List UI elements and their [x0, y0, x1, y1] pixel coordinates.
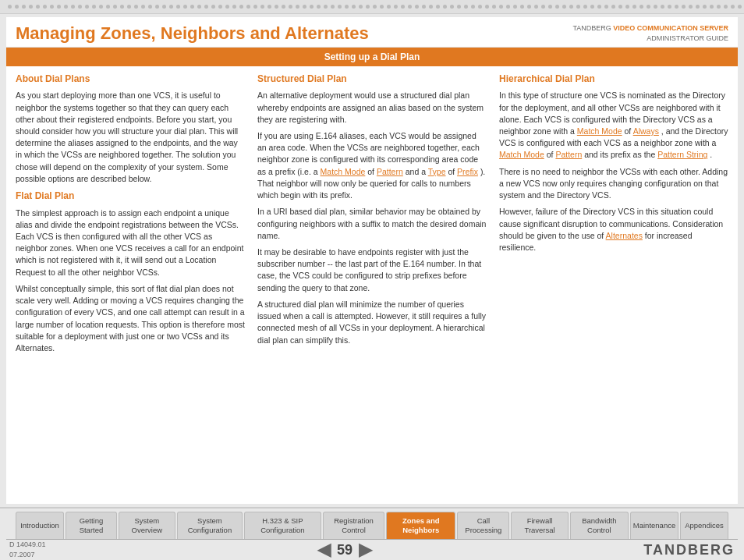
dot [345, 5, 349, 9]
dot [8, 5, 12, 9]
dot [710, 5, 714, 9]
dot [380, 5, 384, 9]
nav-tab-appendices[interactable]: Appendices [680, 512, 728, 539]
dot [204, 5, 208, 9]
col1-heading: About Dial Plans [16, 73, 245, 86]
dot [632, 5, 636, 9]
col3-para2: There is no need to neighbor the VCSs wi… [499, 166, 728, 202]
doc-info: D 14049.01 07.2007 [9, 540, 46, 559]
nav-tab-system-configuration[interactable]: System Configuration [177, 512, 243, 539]
dot [148, 5, 152, 9]
dot [464, 5, 468, 9]
dot [225, 5, 229, 9]
nav-tab-firewall-traversal[interactable]: Firewall Traversal [511, 512, 568, 539]
col3-link4[interactable]: Pattern [555, 150, 582, 159]
col2-para4: It may be desirable to have endpoints re… [257, 246, 487, 294]
prev-page-button[interactable]: ◀ [317, 540, 331, 560]
dot [43, 5, 47, 9]
dot [366, 5, 370, 9]
dot [239, 5, 243, 9]
nav-tab-system-overview[interactable]: System Overview [119, 512, 175, 539]
col3-link6[interactable]: Alternates [606, 231, 643, 240]
doc-ref: D 14049.01 [9, 540, 46, 550]
dot [113, 5, 117, 9]
dot [120, 5, 124, 9]
dot [647, 5, 650, 9]
bottom-bar: D 14049.01 07.2007 ◀ 59 ▶ TANDBERG [0, 540, 744, 560]
dot [555, 5, 559, 9]
dot [450, 5, 454, 9]
dot [169, 5, 173, 9]
nav-tab-bandwidth-control[interactable]: Bandwidth Control [570, 512, 629, 539]
dot [478, 5, 482, 9]
dot [738, 5, 742, 9]
dot [485, 5, 489, 9]
nav-tab-getting-started[interactable]: Getting Started [66, 512, 117, 539]
tab-bar: IntroductionGetting StartedSystem Overvi… [0, 509, 744, 539]
col2-para3: In a URI based dial plan, similar behavi… [257, 206, 487, 242]
dot [85, 5, 89, 9]
col3: Hierarchical Dial Plan In this type of s… [499, 73, 728, 498]
col2-link4[interactable]: Prefix [457, 167, 478, 176]
col2: Structured Dial Plan An alternative depl… [257, 73, 487, 498]
dot [534, 5, 538, 9]
col3-link1[interactable]: Match Mode [577, 126, 622, 136]
dot [162, 5, 166, 9]
dot [569, 5, 573, 9]
col3-para1f: . [710, 150, 712, 159]
col2-link1[interactable]: Match Mode [321, 167, 366, 176]
dot [675, 5, 678, 9]
col2-link2[interactable]: Pattern [377, 167, 403, 176]
dot [548, 5, 552, 9]
dot [22, 5, 26, 9]
dot [625, 5, 629, 9]
dot [99, 5, 103, 9]
col3-para1d: of [547, 150, 554, 159]
page-nav: ◀ 59 ▶ [317, 540, 372, 560]
dot [218, 5, 222, 9]
brand-name: TANDBERG [572, 24, 613, 32]
dot [253, 5, 257, 9]
tandberg-logo: TANDBERG [643, 542, 735, 558]
dot [310, 5, 314, 9]
dot [422, 5, 426, 9]
col2-para2d: of [448, 167, 455, 176]
col3-link5[interactable]: Pattern String [657, 150, 707, 159]
dot [359, 5, 363, 9]
next-page-button[interactable]: ▶ [359, 540, 372, 560]
dot [583, 5, 587, 9]
col2-para2c: and a [406, 167, 426, 176]
nav-tab-zones-and-neighbors[interactable]: Zones and Neighbors [386, 512, 455, 539]
dot [36, 5, 40, 9]
dot [296, 5, 299, 9]
col3-link2[interactable]: Always [633, 126, 659, 136]
nav-tab-maintenance[interactable]: Maintenance [630, 512, 678, 539]
nav-tab-registration-control[interactable]: Registration Control [323, 512, 385, 539]
nav-tab-introduction[interactable]: Introduction [16, 512, 64, 539]
dot [331, 5, 335, 9]
dot [141, 5, 145, 9]
dot [668, 5, 671, 9]
dot [654, 5, 657, 9]
dot [717, 5, 721, 9]
nav-tab-call-processing[interactable]: Call Processing [457, 512, 509, 539]
main-content: About Dial Plans As you start deploying … [6, 66, 738, 504]
col1-para3: Whilst conceptually simple, this sort of… [16, 283, 245, 354]
dot [527, 5, 531, 9]
dot [317, 5, 321, 9]
col2-link3[interactable]: Type [428, 167, 446, 176]
dot [183, 5, 187, 9]
dot [352, 5, 356, 9]
col3-para1b: of [625, 126, 632, 136]
dot [401, 5, 405, 9]
dot [436, 5, 440, 9]
dot [576, 5, 580, 9]
dot [338, 5, 342, 9]
dot [639, 5, 643, 9]
col3-link3[interactable]: Match Mode [499, 150, 544, 159]
dot [618, 5, 622, 9]
dot [415, 5, 419, 9]
brand-product: VIDEO COMMUNICATION SERVER [613, 24, 728, 32]
nav-tab-h.323-&-sip-configuration[interactable]: H.323 & SIP Configuration [244, 512, 321, 539]
col1-heading2: Flat Dial Plan [16, 190, 245, 203]
